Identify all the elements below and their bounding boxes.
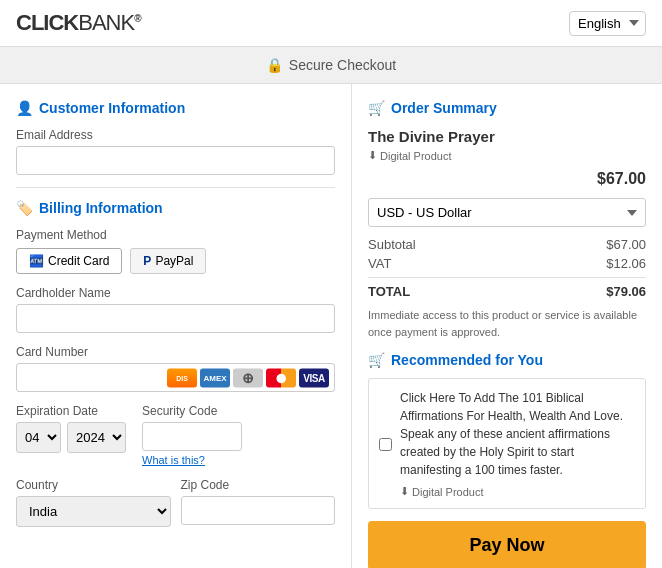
mastercard-icon: ⬤ xyxy=(266,368,296,387)
recommended-digital-badge: ⬇ Digital Product xyxy=(400,485,635,498)
currency-select[interactable]: USD - US Dollar EUR - Euro GBP - British… xyxy=(368,198,646,227)
what-is-this-link[interactable]: What is this? xyxy=(142,454,335,466)
expiry-security-row: Expiration Date 04 010203 050607 080910 … xyxy=(16,404,335,466)
payment-method-label: Payment Method xyxy=(16,228,335,242)
expiry-selects: 04 010203 050607 080910 1112 2024 202520… xyxy=(16,422,126,453)
card-number-label: Card Number xyxy=(16,345,335,359)
visa-icon: VISA xyxy=(299,368,329,387)
recommended-box: Click Here To Add The 101 Biblical Affir… xyxy=(368,378,646,509)
secure-checkout-text: Secure Checkout xyxy=(289,57,396,73)
payment-methods-row: 🏧 Credit Card P PayPal xyxy=(16,248,335,274)
download-icon-2: ⬇ xyxy=(400,485,409,498)
subtotal-value: $67.00 xyxy=(606,237,646,252)
recommended-digital-label: Digital Product xyxy=(412,486,484,498)
left-column: 👤 Customer Information Email Address 🏷️ … xyxy=(0,84,352,568)
cart-icon: 🛒 xyxy=(368,100,385,116)
product-name: The Divine Prayer xyxy=(368,128,646,145)
country-zip-row: Country India United States United Kingd… xyxy=(16,478,335,527)
vat-row: VAT $12.06 xyxy=(368,256,646,271)
expiry-year-select[interactable]: 2024 202520262027 202820292030 xyxy=(67,422,126,453)
payment-method-group: Payment Method 🏧 Credit Card P PayPal xyxy=(16,228,335,274)
order-summary-header: 🛒 Order Summary xyxy=(368,100,646,116)
security-code-input[interactable] xyxy=(142,422,242,451)
main-content: 👤 Customer Information Email Address 🏷️ … xyxy=(0,84,662,568)
expiry-security-group: Expiration Date 04 010203 050607 080910 … xyxy=(16,404,335,466)
paypal-btn[interactable]: P PayPal xyxy=(130,248,206,274)
logo-reg: ® xyxy=(134,13,140,24)
customer-icon: 👤 xyxy=(16,100,33,116)
paypal-icon: P xyxy=(143,254,151,268)
billing-section-header: 🏷️ Billing Information xyxy=(16,200,335,216)
access-note: Immediate access to this product or serv… xyxy=(368,307,646,340)
paypal-label: PayPal xyxy=(155,254,193,268)
expiry-month-select[interactable]: 04 010203 050607 080910 1112 xyxy=(16,422,61,453)
card-number-wrap: DIS AMEX ⊕ ⬤ VISA xyxy=(16,363,335,392)
lock-icon: 🔒 xyxy=(266,57,283,73)
zip-label: Zip Code xyxy=(181,478,336,492)
card-number-group: Card Number DIS AMEX ⊕ ⬤ VISA xyxy=(16,345,335,392)
email-label: Email Address xyxy=(16,128,335,142)
vat-value: $12.06 xyxy=(606,256,646,271)
expiry-group: Expiration Date 04 010203 050607 080910 … xyxy=(16,404,126,466)
cardholder-group: Cardholder Name xyxy=(16,286,335,333)
right-column: 🛒 Order Summary The Divine Prayer ⬇ Digi… xyxy=(352,84,662,568)
amex-icon: AMEX xyxy=(200,368,230,387)
total-label: TOTAL xyxy=(368,284,410,299)
country-label: Country xyxy=(16,478,171,492)
recommended-checkbox[interactable] xyxy=(379,391,392,498)
summary-divider xyxy=(368,277,646,278)
order-summary-title: Order Summary xyxy=(391,100,497,116)
download-icon: ⬇ xyxy=(368,149,377,162)
recommended-text: Click Here To Add The 101 Biblical Affir… xyxy=(400,389,635,479)
zip-group: Zip Code xyxy=(181,478,336,527)
recommended-header: 🛒 Recommended for You xyxy=(368,352,646,368)
vat-label: VAT xyxy=(368,256,391,271)
credit-card-btn[interactable]: 🏧 Credit Card xyxy=(16,248,122,274)
logo: CLICKBANK® xyxy=(16,10,141,36)
card-icons: DIS AMEX ⊕ ⬤ VISA xyxy=(167,368,329,387)
customer-section-title: Customer Information xyxy=(39,100,185,116)
country-zip-group: Country India United States United Kingd… xyxy=(16,478,335,527)
cardholder-input[interactable] xyxy=(16,304,335,333)
credit-card-label: Credit Card xyxy=(48,254,109,268)
billing-icon: 🏷️ xyxy=(16,200,33,216)
pay-now-button[interactable]: Pay Now xyxy=(368,521,646,568)
expiration-label: Expiration Date xyxy=(16,404,126,418)
recommended-icon: 🛒 xyxy=(368,352,385,368)
diners-icon: ⊕ xyxy=(233,368,263,387)
customer-section-header: 👤 Customer Information xyxy=(16,100,335,116)
product-price: $67.00 xyxy=(368,170,646,188)
subtotal-row: Subtotal $67.00 xyxy=(368,237,646,252)
total-value: $79.06 xyxy=(606,284,646,299)
security-label: Security Code xyxy=(142,404,335,418)
page-header: CLICKBANK® English xyxy=(0,0,662,47)
cardholder-label: Cardholder Name xyxy=(16,286,335,300)
subtotal-label: Subtotal xyxy=(368,237,416,252)
logo-light: BANK xyxy=(78,10,134,35)
product-digital-badge: ⬇ Digital Product xyxy=(368,149,646,162)
security-group: Security Code What is this? xyxy=(142,404,335,466)
discover-icon: DIS xyxy=(167,368,197,387)
digital-label: Digital Product xyxy=(380,150,452,162)
billing-divider xyxy=(16,187,335,188)
billing-section-title: Billing Information xyxy=(39,200,163,216)
logo-bold: CLICK xyxy=(16,10,78,35)
email-input[interactable] xyxy=(16,146,335,175)
recommended-content: Click Here To Add The 101 Biblical Affir… xyxy=(400,389,635,498)
language-selector-wrap: English xyxy=(569,11,646,36)
country-select[interactable]: India United States United Kingdom xyxy=(16,496,171,527)
country-group: Country India United States United Kingd… xyxy=(16,478,171,527)
zip-input[interactable] xyxy=(181,496,336,525)
language-select[interactable]: English xyxy=(569,11,646,36)
secure-checkout-bar: 🔒 Secure Checkout xyxy=(0,47,662,84)
recommended-title-text: Recommended for You xyxy=(391,352,543,368)
credit-card-icon: 🏧 xyxy=(29,254,44,268)
email-group: Email Address xyxy=(16,128,335,175)
total-row: TOTAL $79.06 xyxy=(368,284,646,299)
